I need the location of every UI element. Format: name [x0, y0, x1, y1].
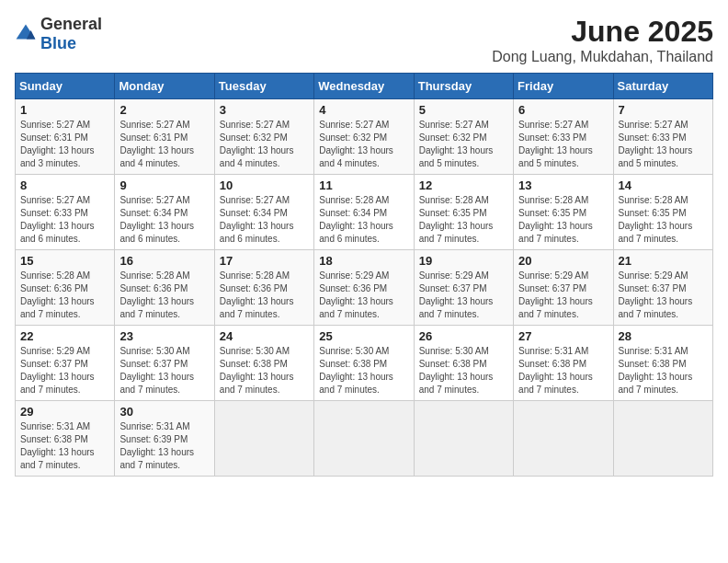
day-number: 7 — [619, 103, 708, 117]
day-number: 3 — [220, 103, 309, 117]
header-friday: Friday — [514, 74, 613, 99]
day-info: Sunrise: 5:29 AMSunset: 6:36 PMDaylight:… — [319, 270, 408, 321]
day-info: Sunrise: 5:30 AMSunset: 6:38 PMDaylight:… — [419, 345, 508, 396]
day-number: 1 — [20, 103, 109, 117]
page-header: General Blue June 2025 Dong Luang, Mukda… — [15, 15, 713, 65]
calendar-cell: 5Sunrise: 5:27 AMSunset: 6:32 PMDaylight… — [414, 99, 513, 175]
calendar-cell — [613, 401, 712, 477]
logo: General Blue — [15, 15, 102, 53]
day-number: 24 — [220, 329, 309, 343]
calendar-cell: 15Sunrise: 5:28 AMSunset: 6:36 PMDayligh… — [16, 250, 115, 326]
day-info: Sunrise: 5:31 AMSunset: 6:38 PMDaylight:… — [619, 345, 708, 396]
calendar-cell: 20Sunrise: 5:29 AMSunset: 6:37 PMDayligh… — [514, 250, 613, 326]
day-number: 13 — [518, 178, 608, 192]
day-info: Sunrise: 5:27 AMSunset: 6:34 PMDaylight:… — [119, 194, 209, 246]
header-sunday: Sunday — [16, 74, 115, 99]
calendar-cell: 24Sunrise: 5:30 AMSunset: 6:38 PMDayligh… — [214, 326, 313, 401]
calendar-cell: 18Sunrise: 5:29 AMSunset: 6:36 PMDayligh… — [314, 250, 414, 326]
calendar-cell: 12Sunrise: 5:28 AMSunset: 6:35 PMDayligh… — [414, 175, 513, 250]
day-info: Sunrise: 5:27 AMSunset: 6:33 PMDaylight:… — [518, 119, 608, 170]
calendar-cell: 9Sunrise: 5:27 AMSunset: 6:34 PMDaylight… — [115, 175, 214, 250]
day-info: Sunrise: 5:30 AMSunset: 6:38 PMDaylight:… — [220, 345, 309, 396]
day-info: Sunrise: 5:31 AMSunset: 6:39 PMDaylight:… — [119, 420, 209, 472]
day-info: Sunrise: 5:30 AMSunset: 6:37 PMDaylight:… — [119, 345, 209, 396]
calendar-week-row: 8Sunrise: 5:27 AMSunset: 6:33 PMDaylight… — [16, 175, 713, 250]
calendar-cell: 13Sunrise: 5:28 AMSunset: 6:35 PMDayligh… — [514, 175, 613, 250]
day-info: Sunrise: 5:27 AMSunset: 6:34 PMDaylight:… — [220, 194, 309, 246]
calendar-cell — [514, 401, 613, 477]
day-number: 5 — [419, 103, 508, 117]
calendar-cell: 17Sunrise: 5:28 AMSunset: 6:36 PMDayligh… — [214, 250, 313, 326]
calendar-cell — [314, 401, 414, 477]
calendar-cell: 1Sunrise: 5:27 AMSunset: 6:31 PMDaylight… — [16, 99, 115, 175]
calendar-week-row: 22Sunrise: 5:29 AMSunset: 6:37 PMDayligh… — [16, 326, 713, 401]
day-info: Sunrise: 5:28 AMSunset: 6:35 PMDaylight:… — [518, 194, 608, 246]
calendar-cell: 19Sunrise: 5:29 AMSunset: 6:37 PMDayligh… — [414, 250, 513, 326]
day-info: Sunrise: 5:31 AMSunset: 6:38 PMDaylight:… — [518, 345, 608, 396]
day-number: 6 — [518, 103, 608, 117]
day-number: 19 — [419, 254, 508, 268]
calendar-cell — [414, 401, 513, 477]
day-number: 14 — [619, 178, 708, 192]
day-number: 22 — [20, 329, 109, 343]
calendar-cell: 8Sunrise: 5:27 AMSunset: 6:33 PMDaylight… — [16, 175, 115, 250]
day-number: 29 — [20, 405, 109, 419]
day-info: Sunrise: 5:30 AMSunset: 6:38 PMDaylight:… — [319, 345, 408, 396]
day-number: 12 — [419, 178, 508, 192]
day-info: Sunrise: 5:27 AMSunset: 6:32 PMDaylight:… — [419, 119, 508, 170]
day-number: 23 — [119, 329, 209, 343]
calendar-cell: 7Sunrise: 5:27 AMSunset: 6:33 PMDaylight… — [613, 99, 712, 175]
calendar-cell: 21Sunrise: 5:29 AMSunset: 6:37 PMDayligh… — [613, 250, 712, 326]
calendar-cell: 29Sunrise: 5:31 AMSunset: 6:38 PMDayligh… — [16, 401, 115, 477]
calendar-cell: 11Sunrise: 5:28 AMSunset: 6:34 PMDayligh… — [314, 175, 414, 250]
day-info: Sunrise: 5:27 AMSunset: 6:31 PMDaylight:… — [20, 119, 109, 170]
day-info: Sunrise: 5:28 AMSunset: 6:35 PMDaylight:… — [419, 194, 508, 246]
header-saturday: Saturday — [613, 74, 712, 99]
day-number: 18 — [319, 254, 408, 268]
calendar-cell: 4Sunrise: 5:27 AMSunset: 6:32 PMDaylight… — [314, 99, 414, 175]
day-number: 10 — [220, 178, 309, 192]
header-wednesday: Wednesday — [314, 74, 414, 99]
day-info: Sunrise: 5:28 AMSunset: 6:36 PMDaylight:… — [220, 270, 309, 321]
day-number: 17 — [220, 254, 309, 268]
day-info: Sunrise: 5:27 AMSunset: 6:32 PMDaylight:… — [220, 119, 309, 170]
day-info: Sunrise: 5:27 AMSunset: 6:31 PMDaylight:… — [119, 119, 209, 170]
day-info: Sunrise: 5:31 AMSunset: 6:38 PMDaylight:… — [20, 420, 109, 472]
day-number: 28 — [619, 329, 708, 343]
day-info: Sunrise: 5:29 AMSunset: 6:37 PMDaylight:… — [20, 345, 109, 396]
day-info: Sunrise: 5:29 AMSunset: 6:37 PMDaylight:… — [518, 270, 608, 321]
calendar-cell: 26Sunrise: 5:30 AMSunset: 6:38 PMDayligh… — [414, 326, 513, 401]
day-number: 4 — [319, 103, 408, 117]
day-info: Sunrise: 5:27 AMSunset: 6:33 PMDaylight:… — [20, 194, 109, 246]
day-number: 27 — [518, 329, 608, 343]
header-monday: Monday — [115, 74, 214, 99]
calendar-cell: 2Sunrise: 5:27 AMSunset: 6:31 PMDaylight… — [115, 99, 214, 175]
day-info: Sunrise: 5:28 AMSunset: 6:36 PMDaylight:… — [119, 270, 209, 321]
location-subtitle: Dong Luang, Mukdahan, Thailand — [492, 49, 713, 65]
day-number: 30 — [119, 405, 209, 419]
calendar-cell: 28Sunrise: 5:31 AMSunset: 6:38 PMDayligh… — [613, 326, 712, 401]
calendar-cell: 27Sunrise: 5:31 AMSunset: 6:38 PMDayligh… — [514, 326, 613, 401]
calendar-week-row: 1Sunrise: 5:27 AMSunset: 6:31 PMDaylight… — [16, 99, 713, 175]
day-info: Sunrise: 5:29 AMSunset: 6:37 PMDaylight:… — [419, 270, 508, 321]
day-info: Sunrise: 5:28 AMSunset: 6:36 PMDaylight:… — [20, 270, 109, 321]
calendar-cell: 3Sunrise: 5:27 AMSunset: 6:32 PMDaylight… — [214, 99, 313, 175]
calendar-week-row: 29Sunrise: 5:31 AMSunset: 6:38 PMDayligh… — [16, 401, 713, 477]
calendar-cell: 30Sunrise: 5:31 AMSunset: 6:39 PMDayligh… — [115, 401, 214, 477]
day-number: 2 — [119, 103, 209, 117]
day-info: Sunrise: 5:28 AMSunset: 6:34 PMDaylight:… — [319, 194, 408, 246]
calendar-table: Sunday Monday Tuesday Wednesday Thursday… — [15, 73, 713, 477]
day-number: 11 — [319, 178, 408, 192]
logo-text: General Blue — [40, 15, 102, 53]
day-number: 20 — [518, 254, 608, 268]
day-number: 26 — [419, 329, 508, 343]
calendar-cell: 14Sunrise: 5:28 AMSunset: 6:35 PMDayligh… — [613, 175, 712, 250]
calendar-week-row: 15Sunrise: 5:28 AMSunset: 6:36 PMDayligh… — [16, 250, 713, 326]
day-number: 21 — [619, 254, 708, 268]
calendar-body: 1Sunrise: 5:27 AMSunset: 6:31 PMDaylight… — [16, 99, 713, 477]
calendar-cell: 6Sunrise: 5:27 AMSunset: 6:33 PMDaylight… — [514, 99, 613, 175]
calendar-cell: 25Sunrise: 5:30 AMSunset: 6:38 PMDayligh… — [314, 326, 414, 401]
day-number: 8 — [20, 178, 109, 192]
day-info: Sunrise: 5:29 AMSunset: 6:37 PMDaylight:… — [619, 270, 708, 321]
calendar-cell: 10Sunrise: 5:27 AMSunset: 6:34 PMDayligh… — [214, 175, 313, 250]
